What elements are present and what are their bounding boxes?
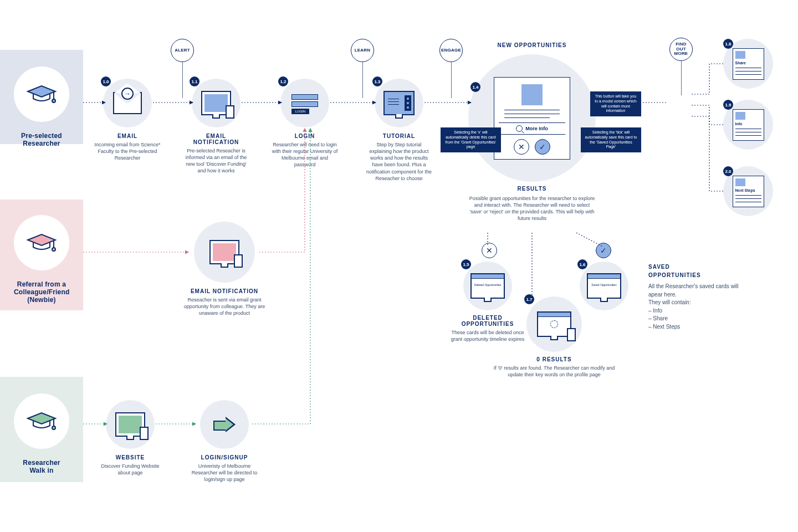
saved-description: SAVED OPPORTUNITIES All the Researcher's… — [648, 263, 740, 331]
sheet-next-steps: 2.0 Next Steps — [723, 166, 773, 216]
phone-icon — [567, 328, 576, 341]
persona-label: Pre-selected Researcher — [14, 132, 69, 147]
search-icon — [516, 125, 523, 132]
more-info-button[interactable]: More Info — [499, 122, 565, 135]
persona-label: Referral from a Colleague/Friend (Newbie… — [14, 280, 69, 304]
svg-point-8 — [52, 426, 55, 429]
persona-walkin: Researcher Walk in — [14, 393, 69, 474]
svg-point-5 — [52, 248, 55, 251]
step-login: 1.2 LOGIN LOGIN Researcher will need to … — [272, 79, 338, 168]
loading-icon — [550, 320, 558, 328]
step-email: 1.0 → EMAIL Incoming email from Science*… — [94, 79, 161, 161]
sub-saved: 1.6 Saved Opportunities — [565, 262, 643, 310]
envelope-icon: → — [113, 92, 142, 114]
tutorial-window-icon — [383, 91, 415, 115]
reject-button[interactable]: ✕ — [514, 139, 529, 155]
persona-preselected: Pre-selected Researcher — [14, 66, 69, 147]
arrow-right-icon — [213, 418, 236, 431]
results-title: NEW OPPORTUNITIES — [468, 42, 596, 48]
step-tutorial: 1.3 TUTORIAL Step by Step tutorial expla… — [366, 79, 432, 182]
browser-icon: Deleted Opportunities — [470, 273, 505, 299]
results-description: RESULTS Possible grant opportunities for… — [468, 186, 596, 222]
step-website: WEBSITE Discover Funding Website about p… — [97, 400, 163, 476]
svg-point-2 — [52, 99, 55, 103]
step-email-notification: 1.1 EMAIL NOTIFICATION Pre-selected Rese… — [183, 79, 249, 175]
browser-icon: Saved Opportunities — [587, 273, 621, 299]
step-referral-notification: EMAIL NOTIFICATION Reseacher is sent via… — [183, 222, 266, 316]
reject-icon: ✕ — [482, 243, 497, 258]
note-save: Selecting the 'tick' will automatically … — [581, 127, 641, 152]
browser-icon — [537, 311, 571, 337]
phone-icon — [234, 254, 243, 268]
svg-marker-0 — [28, 86, 55, 97]
tag-findout: FIND OUT MORE — [668, 38, 694, 95]
svg-marker-3 — [28, 234, 55, 245]
save-icon: ✓ — [596, 243, 611, 258]
step-results: NEW OPPORTUNITIES 1.4 More Info ✕ ✓ — [468, 54, 596, 182]
tag-engage: ENGAGE — [438, 39, 464, 98]
persona-referral: Referral from a Colleague/Friend (Newbie… — [14, 215, 69, 304]
persona-label: Researcher Walk in — [14, 459, 69, 474]
step-login-signup: LOGIN/SIGNUP Univeristy of Melbourne Res… — [186, 400, 263, 483]
phone-icon — [226, 105, 234, 119]
note-more-info: This button will take you to a modal scr… — [590, 91, 641, 116]
opportunity-card: More Info ✕ ✓ — [494, 77, 570, 160]
sheet-info: 1.9 Info — [723, 100, 773, 150]
sheet-share: 1.8 Share — [723, 39, 773, 89]
phone-icon — [140, 427, 149, 440]
svg-marker-6 — [28, 413, 55, 424]
note-reject: Selecting the 'x' will automatically del… — [441, 127, 501, 152]
save-button[interactable]: ✓ — [535, 139, 550, 155]
flow-diagram: Pre-selected Researcher Referral from a … — [0, 0, 798, 532]
